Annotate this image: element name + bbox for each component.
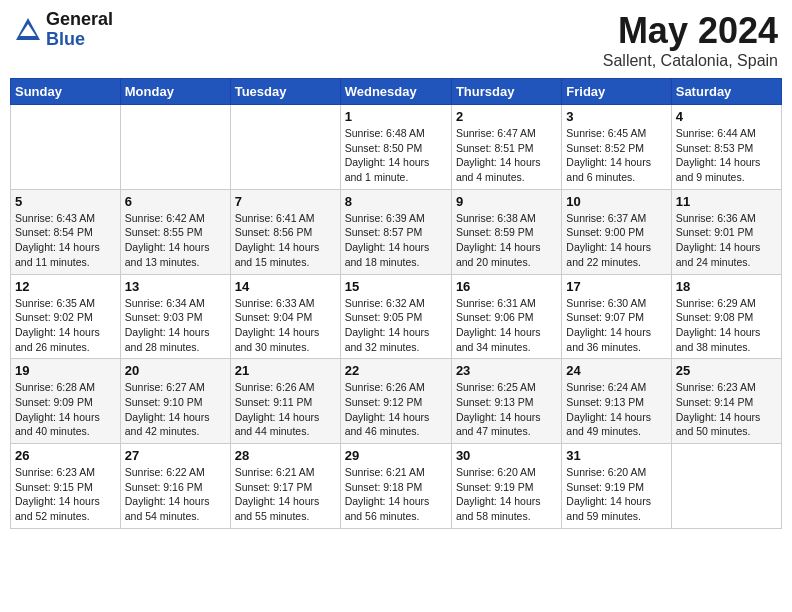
day-info: Sunrise: 6:27 AMSunset: 9:10 PMDaylight:…	[125, 380, 226, 439]
day-number: 3	[566, 109, 666, 124]
calendar-week-3: 12Sunrise: 6:35 AMSunset: 9:02 PMDayligh…	[11, 274, 782, 359]
day-info: Sunrise: 6:23 AMSunset: 9:15 PMDaylight:…	[15, 465, 116, 524]
calendar-cell: 4Sunrise: 6:44 AMSunset: 8:53 PMDaylight…	[671, 105, 781, 190]
day-number: 12	[15, 279, 116, 294]
calendar-cell: 26Sunrise: 6:23 AMSunset: 9:15 PMDayligh…	[11, 444, 121, 529]
day-number: 8	[345, 194, 447, 209]
day-number: 24	[566, 363, 666, 378]
day-number: 25	[676, 363, 777, 378]
day-number: 17	[566, 279, 666, 294]
header-sunday: Sunday	[11, 79, 121, 105]
day-info: Sunrise: 6:22 AMSunset: 9:16 PMDaylight:…	[125, 465, 226, 524]
calendar-cell: 24Sunrise: 6:24 AMSunset: 9:13 PMDayligh…	[562, 359, 671, 444]
day-number: 31	[566, 448, 666, 463]
day-number: 1	[345, 109, 447, 124]
calendar-cell	[11, 105, 121, 190]
day-number: 28	[235, 448, 336, 463]
day-number: 4	[676, 109, 777, 124]
day-info: Sunrise: 6:23 AMSunset: 9:14 PMDaylight:…	[676, 380, 777, 439]
calendar-cell: 28Sunrise: 6:21 AMSunset: 9:17 PMDayligh…	[230, 444, 340, 529]
header-saturday: Saturday	[671, 79, 781, 105]
header-tuesday: Tuesday	[230, 79, 340, 105]
day-info: Sunrise: 6:21 AMSunset: 9:17 PMDaylight:…	[235, 465, 336, 524]
header-wednesday: Wednesday	[340, 79, 451, 105]
day-number: 13	[125, 279, 226, 294]
day-number: 18	[676, 279, 777, 294]
calendar-cell: 21Sunrise: 6:26 AMSunset: 9:11 PMDayligh…	[230, 359, 340, 444]
day-info: Sunrise: 6:44 AMSunset: 8:53 PMDaylight:…	[676, 126, 777, 185]
day-number: 9	[456, 194, 557, 209]
day-number: 30	[456, 448, 557, 463]
page-header: General Blue May 2024 Sallent, Catalonia…	[10, 10, 782, 70]
day-number: 15	[345, 279, 447, 294]
logo-icon	[14, 16, 42, 44]
calendar-cell: 14Sunrise: 6:33 AMSunset: 9:04 PMDayligh…	[230, 274, 340, 359]
calendar-cell: 22Sunrise: 6:26 AMSunset: 9:12 PMDayligh…	[340, 359, 451, 444]
calendar-cell: 8Sunrise: 6:39 AMSunset: 8:57 PMDaylight…	[340, 189, 451, 274]
month-title: May 2024	[603, 10, 778, 52]
day-number: 11	[676, 194, 777, 209]
calendar-cell: 2Sunrise: 6:47 AMSunset: 8:51 PMDaylight…	[451, 105, 561, 190]
day-info: Sunrise: 6:38 AMSunset: 8:59 PMDaylight:…	[456, 211, 557, 270]
calendar-cell: 19Sunrise: 6:28 AMSunset: 9:09 PMDayligh…	[11, 359, 121, 444]
calendar-cell: 6Sunrise: 6:42 AMSunset: 8:55 PMDaylight…	[120, 189, 230, 274]
day-info: Sunrise: 6:45 AMSunset: 8:52 PMDaylight:…	[566, 126, 666, 185]
calendar-cell	[120, 105, 230, 190]
day-number: 7	[235, 194, 336, 209]
calendar-week-4: 19Sunrise: 6:28 AMSunset: 9:09 PMDayligh…	[11, 359, 782, 444]
calendar-cell: 15Sunrise: 6:32 AMSunset: 9:05 PMDayligh…	[340, 274, 451, 359]
calendar-cell: 30Sunrise: 6:20 AMSunset: 9:19 PMDayligh…	[451, 444, 561, 529]
day-number: 26	[15, 448, 116, 463]
day-info: Sunrise: 6:35 AMSunset: 9:02 PMDaylight:…	[15, 296, 116, 355]
day-info: Sunrise: 6:20 AMSunset: 9:19 PMDaylight:…	[566, 465, 666, 524]
logo-blue-text: Blue	[46, 30, 113, 50]
day-number: 21	[235, 363, 336, 378]
day-info: Sunrise: 6:25 AMSunset: 9:13 PMDaylight:…	[456, 380, 557, 439]
day-number: 22	[345, 363, 447, 378]
calendar-table: SundayMondayTuesdayWednesdayThursdayFrid…	[10, 78, 782, 529]
calendar-cell: 27Sunrise: 6:22 AMSunset: 9:16 PMDayligh…	[120, 444, 230, 529]
calendar-cell: 11Sunrise: 6:36 AMSunset: 9:01 PMDayligh…	[671, 189, 781, 274]
day-info: Sunrise: 6:31 AMSunset: 9:06 PMDaylight:…	[456, 296, 557, 355]
day-number: 5	[15, 194, 116, 209]
title-block: May 2024 Sallent, Catalonia, Spain	[603, 10, 778, 70]
logo-text: General Blue	[46, 10, 113, 50]
day-number: 6	[125, 194, 226, 209]
day-number: 29	[345, 448, 447, 463]
calendar-cell: 18Sunrise: 6:29 AMSunset: 9:08 PMDayligh…	[671, 274, 781, 359]
header-friday: Friday	[562, 79, 671, 105]
day-number: 2	[456, 109, 557, 124]
calendar-cell: 7Sunrise: 6:41 AMSunset: 8:56 PMDaylight…	[230, 189, 340, 274]
header-monday: Monday	[120, 79, 230, 105]
calendar-cell: 1Sunrise: 6:48 AMSunset: 8:50 PMDaylight…	[340, 105, 451, 190]
day-info: Sunrise: 6:29 AMSunset: 9:08 PMDaylight:…	[676, 296, 777, 355]
logo-general-text: General	[46, 10, 113, 30]
header-thursday: Thursday	[451, 79, 561, 105]
day-info: Sunrise: 6:30 AMSunset: 9:07 PMDaylight:…	[566, 296, 666, 355]
day-info: Sunrise: 6:33 AMSunset: 9:04 PMDaylight:…	[235, 296, 336, 355]
calendar-cell: 12Sunrise: 6:35 AMSunset: 9:02 PMDayligh…	[11, 274, 121, 359]
day-number: 27	[125, 448, 226, 463]
day-number: 10	[566, 194, 666, 209]
logo: General Blue	[14, 10, 113, 50]
day-info: Sunrise: 6:36 AMSunset: 9:01 PMDaylight:…	[676, 211, 777, 270]
day-info: Sunrise: 6:21 AMSunset: 9:18 PMDaylight:…	[345, 465, 447, 524]
calendar-cell: 16Sunrise: 6:31 AMSunset: 9:06 PMDayligh…	[451, 274, 561, 359]
day-number: 16	[456, 279, 557, 294]
day-info: Sunrise: 6:34 AMSunset: 9:03 PMDaylight:…	[125, 296, 226, 355]
calendar-cell: 25Sunrise: 6:23 AMSunset: 9:14 PMDayligh…	[671, 359, 781, 444]
day-info: Sunrise: 6:42 AMSunset: 8:55 PMDaylight:…	[125, 211, 226, 270]
calendar-cell: 3Sunrise: 6:45 AMSunset: 8:52 PMDaylight…	[562, 105, 671, 190]
calendar-cell: 5Sunrise: 6:43 AMSunset: 8:54 PMDaylight…	[11, 189, 121, 274]
day-number: 14	[235, 279, 336, 294]
day-number: 23	[456, 363, 557, 378]
calendar-cell	[230, 105, 340, 190]
day-info: Sunrise: 6:32 AMSunset: 9:05 PMDaylight:…	[345, 296, 447, 355]
calendar-header-row: SundayMondayTuesdayWednesdayThursdayFrid…	[11, 79, 782, 105]
day-info: Sunrise: 6:48 AMSunset: 8:50 PMDaylight:…	[345, 126, 447, 185]
day-info: Sunrise: 6:20 AMSunset: 9:19 PMDaylight:…	[456, 465, 557, 524]
calendar-week-1: 1Sunrise: 6:48 AMSunset: 8:50 PMDaylight…	[11, 105, 782, 190]
calendar-week-2: 5Sunrise: 6:43 AMSunset: 8:54 PMDaylight…	[11, 189, 782, 274]
calendar-cell: 23Sunrise: 6:25 AMSunset: 9:13 PMDayligh…	[451, 359, 561, 444]
day-info: Sunrise: 6:43 AMSunset: 8:54 PMDaylight:…	[15, 211, 116, 270]
